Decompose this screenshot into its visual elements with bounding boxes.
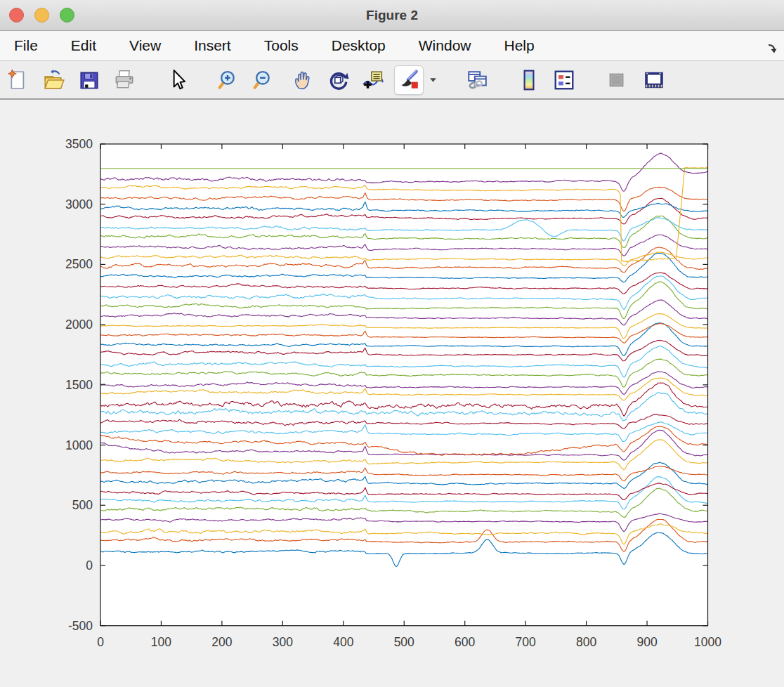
x-tick-label: 900	[636, 635, 657, 649]
minimize-button[interactable]	[34, 8, 49, 22]
zoom-button[interactable]	[60, 8, 74, 22]
y-tick-label: 2000	[65, 318, 93, 332]
zoom-out-icon	[252, 69, 275, 91]
menu-edit[interactable]: Edit	[71, 37, 96, 54]
save-figure-icon	[78, 69, 100, 91]
x-tick-label: 0	[97, 635, 104, 649]
hide-plot-tools-button	[602, 66, 630, 94]
menu-tools[interactable]: Tools	[264, 37, 299, 54]
x-tick-label: 600	[455, 635, 475, 649]
x-tick-label: 300	[273, 635, 293, 649]
brush-data-dropdown[interactable]	[426, 66, 439, 94]
new-figure-icon	[8, 69, 30, 91]
insert-legend-icon	[553, 69, 575, 91]
window-title: Figure 2	[366, 8, 418, 23]
link-plot-button[interactable]	[463, 66, 491, 94]
menu-view[interactable]: View	[129, 37, 161, 54]
rotate-3d-icon	[327, 69, 349, 91]
menu-window[interactable]: Window	[419, 37, 471, 54]
link-plot-icon	[466, 69, 488, 91]
menu-bar: FileEditViewInsertToolsDesktopWindowHelp	[0, 31, 784, 61]
y-tick-label: 3500	[65, 137, 93, 151]
insert-colorbar-icon	[518, 69, 540, 91]
show-plot-tools-dock-button[interactable]	[640, 66, 668, 94]
rotate-3d-button[interactable]	[324, 66, 352, 94]
y-tick-label: 3000	[65, 197, 93, 211]
x-tick-label: 800	[576, 635, 596, 649]
pan-icon	[292, 69, 314, 91]
plot-svg: 01002003004005006007008009001000-5000500…	[0, 100, 784, 687]
show-plot-tools-dock-icon	[643, 69, 665, 91]
menu-help[interactable]: Help	[504, 37, 534, 54]
close-button[interactable]	[9, 8, 24, 22]
y-tick-label: 1000	[65, 438, 93, 452]
pan-button[interactable]	[289, 66, 317, 94]
zoom-in-button[interactable]	[214, 66, 242, 94]
print-figure-icon	[113, 69, 136, 91]
x-tick-label: 100	[151, 635, 171, 649]
menu-desktop[interactable]: Desktop	[332, 37, 386, 54]
menu-insert[interactable]: Insert	[194, 37, 231, 54]
open-file-icon	[43, 69, 65, 91]
insert-colorbar-button[interactable]	[515, 66, 543, 94]
x-tick-label: 1000	[694, 635, 721, 649]
y-tick-label: 1500	[65, 378, 93, 392]
matlab-figure-window: { "window": { "title": "Figure 2", "traf…	[0, 0, 784, 687]
x-tick-label: 400	[333, 635, 353, 649]
x-tick-label: 700	[516, 635, 536, 649]
y-tick-label: 2500	[65, 257, 93, 271]
x-tick-label: 200	[211, 635, 232, 649]
save-figure-button[interactable]	[75, 66, 103, 94]
zoom-out-button[interactable]	[249, 66, 277, 94]
edit-plot-icon	[166, 69, 189, 91]
window-controls	[9, 8, 74, 22]
y-tick-label: -500	[68, 619, 93, 633]
edit-plot-button[interactable]	[164, 66, 192, 94]
hide-plot-tools-icon	[605, 69, 627, 91]
title-bar[interactable]: Figure 2	[0, 0, 784, 31]
zoom-in-icon	[217, 69, 240, 91]
data-cursor-icon	[362, 69, 384, 91]
insert-legend-button[interactable]	[550, 66, 578, 94]
print-figure-button[interactable]	[110, 66, 138, 94]
dock-figure-arrow-icon[interactable]	[767, 41, 778, 58]
open-file-button[interactable]	[40, 66, 68, 94]
y-tick-label: 0	[86, 558, 93, 572]
brush-data-button[interactable]	[394, 65, 424, 95]
new-figure-button[interactable]	[5, 66, 33, 94]
figure-canvas: 01002003004005006007008009001000-5000500…	[0, 100, 784, 687]
menu-file[interactable]: File	[14, 37, 38, 54]
brush-data-icon	[398, 69, 420, 91]
x-tick-label: 500	[394, 635, 414, 649]
toolbar	[0, 61, 784, 100]
y-tick-label: 500	[72, 498, 93, 512]
data-cursor-button[interactable]	[359, 66, 387, 94]
